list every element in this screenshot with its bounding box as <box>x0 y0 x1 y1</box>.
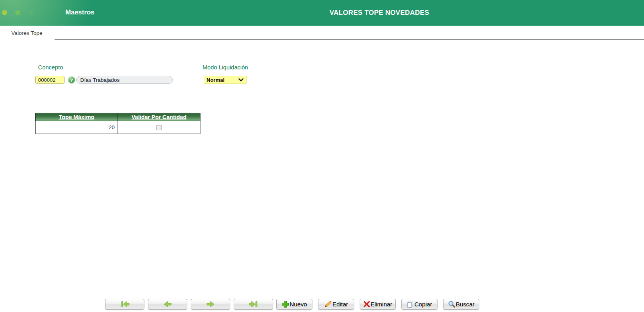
first-record-icon <box>119 301 130 308</box>
chevron-down-icon <box>238 77 244 83</box>
nav-last-button[interactable] <box>234 299 273 310</box>
copiar-button[interactable]: Copiar <box>401 299 437 310</box>
help-icon[interactable]: ? <box>68 76 75 84</box>
validar-por-cantidad-cell[interactable] <box>118 121 200 134</box>
delete-x-icon <box>363 301 370 308</box>
eliminar-button-label: Eliminar <box>371 301 392 308</box>
app-title: Maestros <box>65 8 94 16</box>
editar-button[interactable]: Editar <box>318 299 354 310</box>
nav-next-button[interactable] <box>191 299 230 310</box>
nuevo-button[interactable]: Nuevo <box>276 299 312 310</box>
copiar-button-label: Copiar <box>414 301 432 308</box>
concepto-label: Concepto <box>38 64 63 71</box>
plus-icon <box>281 300 289 308</box>
buscar-button-label: Buscar <box>456 301 475 308</box>
tab-bar: Valores Tope <box>0 26 644 41</box>
next-record-icon <box>206 301 215 308</box>
modo-liquidacion-label: Modo Liquidación <box>203 64 248 71</box>
nav-first-button[interactable] <box>105 299 144 310</box>
concepto-description-field[interactable]: Días Trabajados <box>76 76 173 84</box>
window-dot-close[interactable] <box>2 10 7 15</box>
grid-header-row: Tope Máximo Validar Por Cantidad <box>36 113 200 121</box>
copy-icon <box>407 300 414 308</box>
record-toolbar: Nuevo Editar Eliminar <box>105 299 479 310</box>
column-header-tope-maximo[interactable]: Tope Máximo <box>36 113 118 121</box>
eliminar-button[interactable]: Eliminar <box>360 299 396 310</box>
validar-por-cantidad-checkbox[interactable] <box>156 125 162 130</box>
pencil-icon <box>324 301 332 308</box>
modo-liquidacion-select[interactable]: Normal <box>204 76 247 84</box>
grid-data-row[interactable]: 20 <box>36 121 200 134</box>
editar-button-label: Editar <box>332 301 348 308</box>
previous-record-icon <box>163 301 172 308</box>
last-record-icon <box>248 301 259 308</box>
search-icon <box>448 300 456 308</box>
nav-previous-button[interactable] <box>148 299 187 310</box>
modo-liquidacion-selected-value: Normal <box>207 77 225 83</box>
concepto-code-input[interactable]: 000002 <box>35 76 65 84</box>
column-header-validar-por-cantidad[interactable]: Validar Por Cantidad <box>118 113 200 121</box>
window-dot-maximize[interactable] <box>28 10 34 15</box>
buscar-button[interactable]: Buscar <box>443 299 479 310</box>
window-dot-minimize[interactable] <box>15 10 20 15</box>
page-title: VALORES TOPE NOVEDADES <box>330 9 429 17</box>
tope-maximo-cell[interactable]: 20 <box>36 121 118 134</box>
nuevo-button-label: Nuevo <box>290 301 307 308</box>
titlebar: Maestros VALORES TOPE NOVEDADES <box>0 0 644 26</box>
tab-valores-tope[interactable]: Valores Tope <box>0 26 54 40</box>
app-window: Maestros VALORES TOPE NOVEDADES Valores … <box>0 0 644 312</box>
tab-divider <box>55 39 644 40</box>
tope-grid: Tope Máximo Validar Por Cantidad 20 <box>35 113 200 134</box>
